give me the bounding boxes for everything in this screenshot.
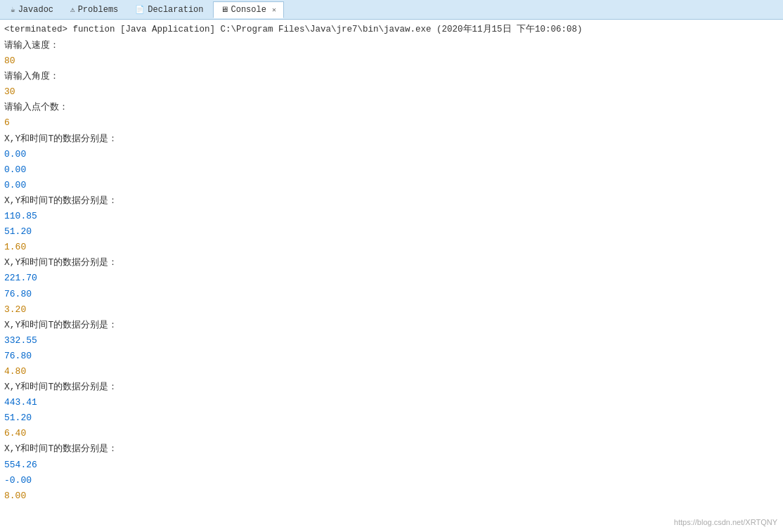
console-line: 76.80 <box>4 287 779 302</box>
console-line: 110.85 <box>4 209 779 224</box>
console-line: 51.20 <box>4 410 779 426</box>
tab-declaration[interactable]: 📄Declaration <box>127 1 211 18</box>
tab-console[interactable]: 🖥Console✕ <box>213 1 284 18</box>
tab-bar: ☕Javadoc⚠Problems📄Declaration🖥Console✕ <box>0 0 783 20</box>
console-line: 221.70 <box>4 271 779 286</box>
console-line: 8.00 <box>4 488 779 504</box>
console-line: X,Y和时间T的数据分别是： <box>4 131 779 147</box>
tab-javadoc[interactable]: ☕Javadoc <box>3 1 61 18</box>
console-line: 请输入速度： <box>4 38 779 53</box>
terminated-line: <terminated> function [Java Application]… <box>4 22 779 37</box>
console-line: 30 <box>4 84 779 100</box>
console-line: 51.20 <box>4 224 779 240</box>
console-line: 6 <box>4 115 779 131</box>
console-line: X,Y和时间T的数据分别是： <box>4 193 779 209</box>
javadoc-tab-label: Javadoc <box>18 5 53 15</box>
console-line: -0.00 <box>4 473 779 488</box>
console-line: 请输入角度： <box>4 69 779 84</box>
declaration-tab-label: Declaration <box>148 5 203 15</box>
problems-tab-label: Problems <box>78 5 119 15</box>
console-line: 0.00 <box>4 178 779 193</box>
console-line: X,Y和时间T的数据分别是： <box>4 379 779 395</box>
console-line: 4.80 <box>4 364 779 379</box>
declaration-icon: 📄 <box>135 5 145 14</box>
console-line: 0.00 <box>4 162 779 178</box>
console-line: 1.60 <box>4 240 779 255</box>
console-line: 443.41 <box>4 395 779 410</box>
console-line: 332.55 <box>4 333 779 349</box>
console-line: 3.20 <box>4 302 779 318</box>
console-line: 请输入点个数： <box>4 100 779 115</box>
console-line: 76.80 <box>4 349 779 364</box>
console-close-icon[interactable]: ✕ <box>272 6 276 14</box>
console-tab-label: Console <box>231 5 266 15</box>
console-line: 0.00 <box>4 147 779 162</box>
console-line: X,Y和时间T的数据分别是： <box>4 318 779 333</box>
console-line: 80 <box>4 53 779 69</box>
javadoc-icon: ☕ <box>11 5 15 14</box>
tab-problems[interactable]: ⚠Problems <box>63 1 126 18</box>
console-line: 6.40 <box>4 426 779 441</box>
console-line: X,Y和时间T的数据分别是： <box>4 441 779 457</box>
console-icon: 🖥 <box>221 5 228 14</box>
console-line: X,Y和时间T的数据分别是： <box>4 255 779 271</box>
console-line: 554.26 <box>4 458 779 473</box>
console-area: <terminated> function [Java Application]… <box>0 20 783 532</box>
problems-icon: ⚠ <box>70 5 75 14</box>
watermark: https://blog.csdn.net/XRTQNY <box>674 518 777 526</box>
